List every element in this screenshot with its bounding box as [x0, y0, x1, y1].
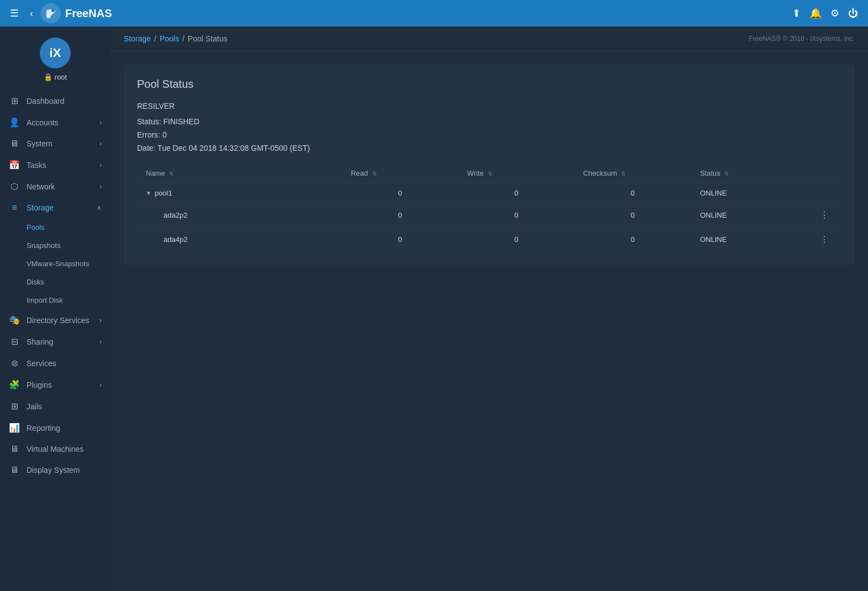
sidebar-item-reporting[interactable]: 📊 Reporting	[0, 417, 111, 439]
power-button[interactable]: ⏻	[845, 4, 861, 23]
sidebar-item-system[interactable]: 🖥 System ›	[0, 133, 111, 154]
expand-icon[interactable]: ▼	[146, 190, 151, 196]
disk-write-cell: 0	[458, 203, 574, 228]
sidebar-item-tasks[interactable]: 📅 Tasks ›	[0, 154, 111, 176]
col-header-status[interactable]: Status ⇅	[691, 163, 808, 183]
jails-icon: ⊞	[9, 401, 20, 411]
upload-button[interactable]: ⬆	[789, 4, 804, 23]
user-section: iX 🔒 root	[0, 27, 111, 90]
sidebar-subitem-import-disk[interactable]: Import Disk	[0, 291, 111, 309]
sidebar-subitem-disks[interactable]: Disks	[0, 273, 111, 291]
sidebar-item-label: Directory Services	[27, 316, 93, 325]
tasks-icon: 📅	[9, 160, 20, 170]
date-key: Date:	[137, 144, 155, 152]
breadcrumb-sep-1: /	[154, 34, 156, 43]
sort-icon-checksum: ⇅	[621, 171, 625, 177]
sidebar-item-display-system[interactable]: 🖥 Display System	[0, 460, 111, 481]
sidebar-item-label: System	[27, 139, 93, 148]
navbar: ☰ ‹ FreeNAS ⬆ 🔔 ⚙ ⏻	[0, 0, 868, 27]
copyright-text: FreeNAS® © 2018 - iXsystems, Inc.	[749, 35, 855, 43]
pool-status-cell: ONLINE	[691, 183, 808, 203]
breadcrumb-bar: Storage / Pools / Pool Status FreeNAS® ©…	[111, 27, 868, 51]
network-icon: ⬡	[9, 181, 20, 192]
app-body: iX 🔒 root ⊞ Dashboard 👤 Accounts › 🖥 Sys…	[0, 27, 868, 591]
pool-name-cell: ▼ pool1	[137, 183, 342, 203]
sort-icon-write: ⇅	[488, 171, 492, 177]
sidebar-item-jails[interactable]: ⊞ Jails	[0, 395, 111, 417]
content-area: Pool Status RESILVER Status: FINISHED Er…	[111, 51, 868, 278]
errors-key: Errors:	[137, 130, 160, 139]
status-badge: ONLINE	[700, 211, 727, 219]
col-header-checksum[interactable]: Checksum ⇅	[574, 163, 691, 183]
lock-icon: 🔒	[44, 73, 52, 81]
sidebar-item-accounts[interactable]: 👤 Accounts ›	[0, 112, 111, 133]
disk-status-cell: ONLINE	[691, 203, 808, 228]
chevron-right-icon: ›	[99, 183, 102, 191]
sidebar-item-dashboard[interactable]: ⊞ Dashboard	[0, 90, 111, 112]
sort-icon-status: ⇅	[724, 171, 729, 177]
sidebar-item-sharing[interactable]: ⊟ Sharing ›	[0, 331, 111, 352]
sidebar-item-plugins[interactable]: 🧩 Plugins ›	[0, 374, 111, 395]
col-header-actions	[808, 163, 841, 183]
breadcrumb: Storage / Pools / Pool Status	[124, 34, 227, 43]
sidebar-item-label: Storage	[27, 203, 90, 212]
row-actions-button[interactable]: ⋮	[817, 209, 833, 221]
main-content: Storage / Pools / Pool Status FreeNAS® ©…	[111, 27, 868, 591]
sidebar-item-network[interactable]: ⬡ Network ›	[0, 176, 111, 197]
col-header-write[interactable]: Write ⇅	[458, 163, 574, 183]
status-line: Status: FINISHED	[137, 117, 841, 126]
sidebar-subitem-pools[interactable]: Pools	[0, 218, 111, 236]
services-icon: ⊜	[9, 358, 20, 368]
back-button[interactable]: ‹	[27, 4, 36, 23]
sidebar-item-storage[interactable]: ≡ Storage ∧	[0, 197, 111, 218]
pool-actions-cell	[808, 183, 841, 203]
status-value: FINISHED	[163, 117, 199, 126]
panel-title: Pool Status	[137, 78, 841, 91]
sort-icon-name: ⇅	[169, 171, 173, 177]
breadcrumb-storage-link[interactable]: Storage	[124, 34, 151, 43]
storage-icon: ≡	[9, 203, 20, 213]
col-header-read[interactable]: Read ⇅	[342, 163, 458, 183]
date-value: Tue Dec 04 2018 14:32:08 GMT-0500 (EST)	[157, 144, 310, 152]
vmware-snapshots-label: VMware-Snapshots	[27, 260, 89, 268]
breadcrumb-pools-link[interactable]: Pools	[160, 34, 179, 43]
snapshots-label: Snapshots	[27, 241, 60, 250]
sidebar-subitem-vmware-snapshots[interactable]: VMware-Snapshots	[0, 255, 111, 273]
sidebar-item-label: Tasks	[27, 161, 93, 170]
table-row: ada2p2 0 0 0 ONLINE ⋮	[137, 203, 841, 228]
sidebar-item-directory-services[interactable]: 🎭 Directory Services ›	[0, 309, 111, 331]
username-label: root	[55, 73, 67, 81]
sidebar-subitem-snapshots[interactable]: Snapshots	[0, 236, 111, 255]
disks-label: Disks	[27, 278, 44, 286]
settings-button[interactable]: ⚙	[827, 4, 843, 23]
status-badge: ONLINE	[700, 189, 727, 197]
menu-toggle-button[interactable]: ☰	[7, 4, 22, 23]
col-header-name[interactable]: Name ⇅	[137, 163, 342, 183]
disk-actions-cell: ⋮	[808, 203, 841, 228]
notifications-button[interactable]: 🔔	[806, 4, 825, 23]
chevron-right-icon: ›	[99, 161, 102, 169]
chevron-down-icon: ∧	[97, 204, 102, 212]
import-disk-label: Import Disk	[27, 296, 63, 304]
date-line: Date: Tue Dec 04 2018 14:32:08 GMT-0500 …	[137, 144, 841, 152]
sidebar-item-label: Display System	[27, 466, 102, 474]
display-system-icon: 🖥	[9, 465, 20, 475]
pool-checksum-cell: 0	[574, 183, 691, 203]
sort-icon-read: ⇅	[372, 171, 377, 177]
disk-checksum-cell: 0	[574, 203, 691, 228]
table-row: ▼ pool1 0 0 0 ONLINE	[137, 183, 841, 203]
sidebar-item-label: Plugins	[27, 381, 93, 389]
sidebar-item-services[interactable]: ⊜ Services	[0, 352, 111, 374]
sidebar-item-virtual-machines[interactable]: 🖥 Virtual Machines	[0, 439, 111, 460]
user-name: 🔒 root	[44, 73, 67, 81]
navbar-right: ⬆ 🔔 ⚙ ⏻	[789, 4, 861, 23]
sidebar-item-label: Sharing	[27, 337, 93, 346]
sidebar-item-label: Reporting	[27, 424, 102, 432]
svg-point-1	[51, 9, 55, 12]
reporting-icon: 📊	[9, 423, 20, 433]
user-avatar: iX	[40, 38, 71, 68]
sidebar-item-label: Virtual Machines	[27, 445, 102, 453]
chevron-right-icon: ›	[99, 316, 102, 324]
pool-table: Name ⇅ Read ⇅ Write ⇅	[137, 163, 841, 251]
row-actions-button[interactable]: ⋮	[817, 233, 833, 246]
